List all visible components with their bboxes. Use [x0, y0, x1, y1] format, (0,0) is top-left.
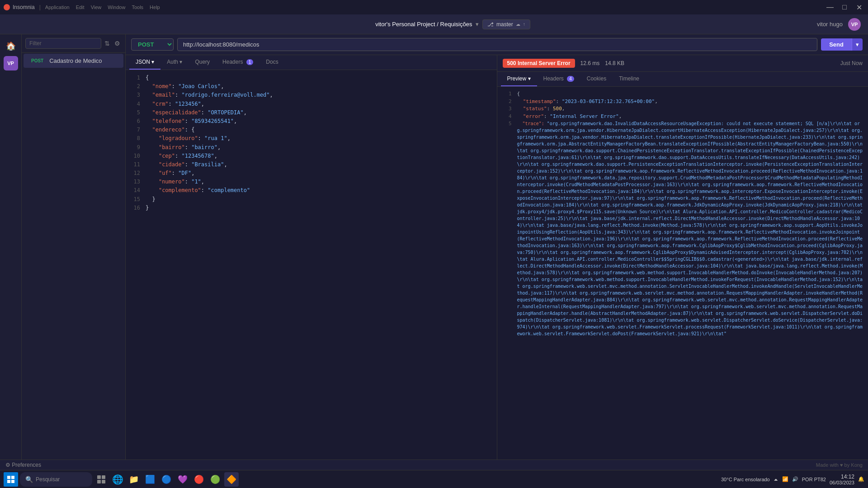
app3-taskbar-icon[interactable]: 💜 — [175, 472, 190, 487]
tab-headers[interactable]: Headers 1 — [216, 55, 259, 70]
menubar-application[interactable]: Application — [45, 5, 70, 10]
top-bar: vitor's Personal Project / Requisições ▾… — [0, 14, 868, 34]
svg-rect-5 — [102, 475, 105, 479]
titlebar-left: Insomnia | Application Edit View Window … — [4, 4, 160, 10]
app4-taskbar-icon[interactable]: 🔴 — [192, 472, 206, 487]
svg-rect-0 — [7, 476, 10, 479]
editor-tabs: JSON ▾ Auth ▾ Query Headers 1 Docs — [126, 55, 497, 70]
response-body: 1{ 2 "timestamp": "2023-03-06T17:12:32.7… — [497, 87, 868, 467]
response-time: 12.6 ms — [580, 60, 600, 66]
resp-line-1: 1{ — [501, 90, 865, 98]
menubar-edit[interactable]: Edit — [76, 5, 85, 10]
git-icon: ⎇ — [487, 21, 494, 28]
tab-query[interactable]: Query — [189, 55, 216, 70]
method-select[interactable]: POST GET PUT DELETE — [131, 38, 174, 51]
code-line-12: 12 "uf": "DF", — [129, 169, 493, 178]
menubar-view[interactable]: View — [91, 5, 102, 10]
notification-icon[interactable]: 🔔 — [858, 476, 864, 482]
tab-cookies[interactable]: Cookies — [580, 72, 613, 86]
maximize-button[interactable]: □ — [839, 3, 850, 12]
taskbar-network: 📶 — [782, 476, 788, 482]
app5-taskbar-icon[interactable]: 🟢 — [208, 472, 222, 487]
taskbar-right: 30°C Parc ensolarado ⏶ 📶 🔊 POR PT82 14:1… — [721, 474, 864, 485]
collection-dropdown-icon[interactable]: ▾ — [476, 21, 479, 28]
taskbar-left: 🔍 Pesquisar 🌐 📁 🟦 🔵 💜 🔴 🟢 🔶 — [4, 472, 239, 487]
left-panel: ⇅ ⚙ POST Cadastro de Medico — [22, 34, 126, 477]
content-area: 🏠 VP + ⇅ ⚙ POST Cadastro de Medico POST … — [0, 34, 868, 477]
tab-timeline[interactable]: Timeline — [613, 72, 646, 86]
start-button[interactable] — [4, 472, 18, 487]
tab-auth[interactable]: Auth ▾ — [160, 55, 189, 70]
search-taskbar-button[interactable]: 🔍 Pesquisar — [20, 472, 92, 487]
taskbar: 🔍 Pesquisar 🌐 📁 🟦 🔵 💜 🔴 🟢 🔶 30°C Parc en… — [0, 470, 868, 488]
taskbar-volume: 🔊 — [792, 476, 798, 482]
code-line-8: 8 "logradouro": "rua 1", — [129, 134, 493, 143]
menubar-window[interactable]: Window — [108, 5, 125, 10]
user-avatar[interactable]: VP — [848, 18, 861, 31]
code-line-1: 1{ — [129, 74, 493, 82]
sort-button[interactable]: ⇅ — [103, 38, 112, 49]
response-header: 500 Internal Server Error 12.6 ms 14.8 K… — [497, 55, 868, 72]
tab-json[interactable]: JSON ▾ — [129, 55, 160, 70]
sync-icon: ↑ — [523, 22, 525, 27]
send-button-group: Send ▾ — [821, 38, 863, 51]
tab-docs[interactable]: Docs — [259, 55, 284, 70]
svg-rect-6 — [97, 480, 101, 483]
split-panels: JSON ▾ Auth ▾ Query Headers 1 Docs 1{ 2 … — [126, 55, 868, 477]
request-bar: POST GET PUT DELETE Send ▾ — [126, 34, 868, 55]
taskbar-clock[interactable]: 14:12 06/03/2023 — [830, 474, 854, 485]
code-line-2: 2 "nome": "Joao Carlos", — [129, 82, 493, 91]
code-line-7: 7 "endereco": { — [129, 126, 493, 134]
code-line-4: 4 "crm": "123456", — [129, 100, 493, 108]
url-input[interactable] — [177, 38, 817, 51]
send-button[interactable]: Send — [821, 38, 852, 51]
resp-line-4: 4 "error": "Internal Server Error", — [501, 113, 865, 121]
response-status: 500 Internal Server Error 12.6 ms 14.8 K… — [503, 59, 624, 68]
filter-input[interactable] — [25, 38, 101, 49]
tab-preview[interactable]: Preview ▾ — [501, 72, 537, 86]
resp-line-5: 5 "trace": "org.springframework.dao.Inva… — [501, 120, 865, 337]
tab-response-headers[interactable]: Headers 4 — [537, 72, 580, 86]
menubar-tools[interactable]: Tools — [132, 5, 143, 10]
preferences-link[interactable]: ⚙ Preferences — [5, 462, 41, 468]
task-view-button[interactable] — [94, 472, 108, 487]
titlebar-controls: — □ ✕ — [825, 3, 864, 12]
response-timestamp: Just Now — [840, 60, 863, 66]
code-line-9: 9 "bairro": "bairro", — [129, 143, 493, 152]
svg-rect-3 — [11, 480, 14, 483]
svg-rect-1 — [11, 476, 14, 479]
resp-line-2: 2 "timestamp": "2023-03-06T17:12:32.765+… — [501, 98, 865, 106]
top-bar-right: vitor hugo VP — [817, 18, 861, 31]
settings-button[interactable]: ⚙ — [113, 38, 122, 49]
request-item-cadastro[interactable]: POST Cadastro de Medico — [24, 54, 123, 68]
app2-taskbar-icon[interactable]: 🔵 — [159, 472, 174, 487]
code-line-14: 14 "complemento": "complemento" — [129, 186, 493, 195]
insomnia-taskbar-icon[interactable]: 🔶 — [224, 472, 239, 487]
taskbar-language: POR PT82 — [802, 477, 826, 482]
app-container: vitor's Personal Project / Requisições ▾… — [0, 14, 868, 477]
cloud-icon: ☁ — [516, 22, 520, 27]
main-editor: POST GET PUT DELETE Send ▾ JSON ▾ — [126, 34, 868, 477]
sidebar-project-avatar[interactable]: VP — [4, 56, 18, 70]
menubar-help[interactable]: Help — [150, 5, 160, 10]
made-with-label: Made with ♥ by Kong — [816, 462, 863, 468]
app1-taskbar-icon[interactable]: 🟦 — [143, 472, 157, 487]
explorer-taskbar-icon[interactable]: 📁 — [127, 472, 141, 487]
code-line-15: 15 } — [129, 195, 493, 204]
preferences-bar: ⚙ Preferences Made with ♥ by Kong — [0, 460, 868, 470]
send-dropdown-button[interactable]: ▾ — [852, 38, 863, 51]
browser-taskbar-icon[interactable]: 🌐 — [110, 472, 125, 487]
search-taskbar-label: Pesquisar — [36, 476, 60, 483]
close-button[interactable]: ✕ — [854, 3, 864, 12]
headers-badge: 1 — [246, 59, 254, 65]
svg-rect-4 — [97, 475, 101, 479]
branch-selector[interactable]: ⎇ master ☁ ↑ — [482, 19, 530, 29]
svg-rect-2 — [7, 480, 10, 483]
response-tabs: Preview ▾ Headers 4 Cookies Timeline — [497, 72, 868, 87]
minimize-button[interactable]: — — [825, 3, 835, 12]
sidebar-home-icon[interactable]: 🏠 — [3, 38, 19, 54]
user-name: vitor hugo — [817, 21, 843, 28]
response-size: 14.8 KB — [605, 60, 624, 66]
response-panel: 500 Internal Server Error 12.6 ms 14.8 K… — [497, 55, 868, 477]
svg-rect-7 — [102, 480, 105, 483]
